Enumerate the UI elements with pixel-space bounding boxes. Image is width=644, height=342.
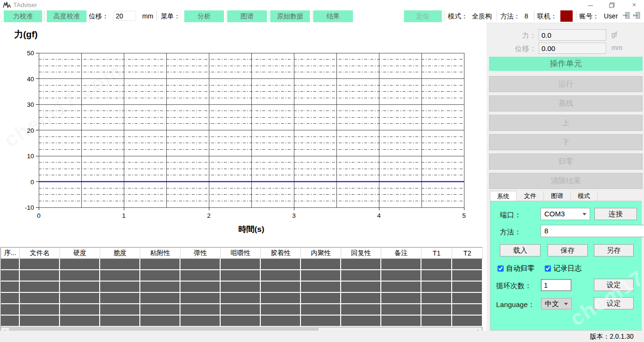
table-cell <box>20 293 60 304</box>
language-value: 中文 <box>545 299 559 308</box>
column-header[interactable]: 回复性 <box>341 248 381 259</box>
table-cell <box>341 282 381 293</box>
login-icon[interactable] <box>622 11 630 21</box>
displacement-input[interactable] <box>113 11 136 21</box>
column-header[interactable]: T2 <box>452 248 483 259</box>
logout-icon[interactable] <box>633 11 641 21</box>
column-header[interactable]: T1 <box>421 248 452 259</box>
column-header[interactable]: 粘附性 <box>140 248 180 259</box>
column-header[interactable]: 文件名 <box>20 248 60 259</box>
force-calibration-button[interactable]: 力校准 <box>4 10 42 22</box>
table-row[interactable] <box>1 304 483 316</box>
column-header[interactable]: 序... <box>1 248 20 259</box>
language-dropdown[interactable]: 中文 <box>541 298 572 309</box>
table-cell <box>421 282 452 293</box>
table-cell <box>100 282 140 293</box>
table-cell <box>20 259 60 270</box>
up-button[interactable]: 上 <box>489 115 643 131</box>
table-cell <box>20 282 60 293</box>
tab-spectrum[interactable]: 图谱 <box>544 191 571 201</box>
table-row[interactable] <box>1 259 483 270</box>
displacement-label: 位移： <box>89 10 109 22</box>
zero-button[interactable]: 归零 <box>489 154 643 170</box>
height-calibration-button[interactable]: 高度校准 <box>47 10 86 22</box>
column-header[interactable]: 备注 <box>381 248 421 259</box>
table-row[interactable] <box>1 282 483 293</box>
table-cell <box>60 282 100 293</box>
cycle-count-label: 循环次数： <box>496 282 532 291</box>
down-button[interactable]: 下 <box>489 134 643 150</box>
table-cell <box>221 282 261 293</box>
column-header[interactable]: 弹性 <box>180 248 221 259</box>
save-as-button[interactable]: 另存 <box>594 244 634 256</box>
table-cell <box>341 304 381 316</box>
table-cell <box>1 304 20 316</box>
online-label: 联机： <box>537 10 557 22</box>
close-button[interactable]: × <box>626 0 642 9</box>
raw-data-button[interactable]: 原始数据 <box>270 10 310 22</box>
table-cell <box>60 259 100 270</box>
log-label: 记录日志 <box>553 264 582 272</box>
cycle-set-button[interactable]: 设定 <box>594 279 634 291</box>
table-cell <box>261 259 301 270</box>
auto-zero-checkbox[interactable] <box>498 265 504 272</box>
separator <box>226 11 226 21</box>
table-row[interactable] <box>1 270 483 282</box>
minimize-button[interactable] <box>582 0 598 9</box>
restore-button[interactable] <box>604 0 620 9</box>
column-header[interactable]: 硬度 <box>60 248 100 259</box>
column-header[interactable]: 内聚性 <box>301 248 341 259</box>
displacement-unit: mm <box>611 44 622 51</box>
window-title: TAdviser <box>13 1 37 9</box>
log-checkbox[interactable] <box>545 265 551 272</box>
save-button[interactable]: 保存 <box>548 244 588 256</box>
table-cell <box>341 293 381 304</box>
positioning-button[interactable]: 定位 <box>404 10 442 22</box>
operation-unit-button[interactable]: 操作单元 <box>489 57 643 71</box>
spectrum-button[interactable]: 图谱 <box>227 10 267 22</box>
displacement-unit: mm <box>142 10 153 22</box>
table-cell <box>1 270 20 282</box>
run-button[interactable]: 运行 <box>489 76 643 92</box>
table-cell <box>301 282 341 293</box>
axis-tick-label: 0 <box>37 212 41 219</box>
table-cell <box>60 293 100 304</box>
table-cell <box>20 304 60 316</box>
table-cell <box>421 270 452 282</box>
table-cell <box>301 304 341 316</box>
auto-zero-checkbox-row: 自动归零 <box>498 264 534 273</box>
table-cell <box>452 282 483 293</box>
table-row[interactable] <box>1 316 483 327</box>
cycle-count-input[interactable] <box>541 279 571 291</box>
tab-mode[interactable]: 模式 <box>571 191 598 201</box>
separator <box>156 11 157 21</box>
load-button[interactable]: 载入 <box>500 244 541 256</box>
connect-button[interactable]: 连接 <box>594 208 637 220</box>
column-header[interactable]: 咀嚼性 <box>221 248 261 259</box>
displacement-readout: 0.00 <box>539 43 606 54</box>
table-cell <box>140 259 180 270</box>
table-cell <box>261 304 301 316</box>
table-cell <box>301 270 341 282</box>
results-button[interactable]: 结果 <box>313 10 353 22</box>
table-row[interactable] <box>1 293 483 304</box>
language-set-button[interactable]: 设定 <box>594 297 634 309</box>
tab-file[interactable]: 文件 <box>517 191 544 201</box>
table-cell <box>100 293 140 304</box>
column-header[interactable]: 脆度 <box>100 248 140 259</box>
port-label: 端口： <box>500 211 521 220</box>
table-header-row: 序...文件名硬度脆度粘附性弹性咀嚼性胶着性内聚性回复性备注T1T2 <box>1 248 483 259</box>
table-cell <box>381 293 421 304</box>
force-unit: gf <box>611 31 617 38</box>
method-dropdown[interactable]: 8 <box>541 225 644 237</box>
clear-results-button[interactable]: 清除结果 <box>489 173 643 189</box>
tab-system[interactable]: 系统 <box>490 191 516 201</box>
analysis-button[interactable]: 分析 <box>184 10 224 22</box>
axis-tick-label: 3 <box>292 212 296 219</box>
baseline-button[interactable]: 基线 <box>489 95 643 111</box>
column-header[interactable]: 胶着性 <box>261 248 301 259</box>
chevron-down-icon <box>583 213 586 215</box>
table-cell <box>301 259 341 270</box>
table-cell <box>180 304 221 316</box>
port-dropdown[interactable]: COM3 <box>541 208 590 220</box>
